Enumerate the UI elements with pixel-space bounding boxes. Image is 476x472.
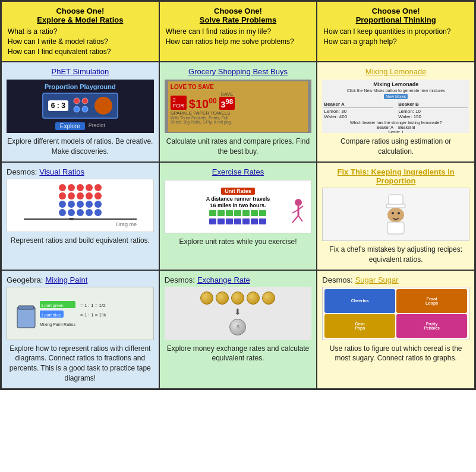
dots-row-1	[59, 184, 102, 191]
dot-b2	[68, 201, 75, 208]
dot-r7	[68, 192, 75, 199]
cell-sugar: Desmos: Sugar Sugar Cheerios FrootLoops …	[317, 270, 475, 389]
desmos-prefix-3: Desmos:	[322, 275, 352, 284]
phet-sun	[94, 97, 112, 115]
paint-img-inner: 1 part green 1 part blue Mixing Paint Ra…	[7, 287, 154, 340]
exercise-title[interactable]: Exercise Rates	[165, 167, 312, 176]
fix-this-title-line: Fix This: Keeping Ingredients in Proport…	[322, 167, 469, 185]
sugar-img-inner: Cheerios FrootLoops CornPops FruityPebbl…	[322, 287, 469, 340]
exchange-title[interactable]: Exchange Rate	[197, 275, 250, 284]
bar-7	[259, 210, 266, 216]
dot-r9	[86, 192, 93, 199]
dot-r10	[94, 192, 102, 199]
mixing-paint-image: 1 part green 1 part blue Mixing Paint Ra…	[7, 287, 154, 340]
dot-b7	[68, 209, 75, 216]
lemonade-image: Mixing Lemonade Click the New Mixes butt…	[322, 80, 469, 133]
silver-coin: $	[229, 319, 246, 335]
bar-b7	[259, 218, 266, 224]
svg-text:= 1 : 1 = 1/2: = 1 : 1 = 1/2	[80, 303, 106, 308]
svg-point-13	[392, 212, 394, 214]
fix-this-title[interactable]: Fix This: Keeping Ingredients in Proport…	[322, 167, 469, 185]
svg-text:= 1 : 1 = 1%: = 1 : 1 = 1%	[80, 312, 106, 318]
lem-new-btn[interactable]: New Mixes	[384, 94, 408, 99]
cell-exercise: Exercise Rates Unit Rates A distance run…	[159, 162, 317, 270]
bar-b6	[251, 218, 258, 224]
lem-beaker-b: Beaker B Lemon: 10 Water: 150	[398, 102, 468, 119]
exercise-bar-row2	[209, 218, 266, 224]
visual-ratios-image: Drag me	[7, 179, 154, 232]
small-price: 398	[219, 97, 235, 110]
cell-visual-ratios: Desmos: Visual Ratios	[1, 162, 159, 270]
svg-line-9	[298, 216, 302, 221]
svg-rect-15	[387, 222, 404, 234]
svg-point-0	[74, 98, 80, 104]
svg-rect-17	[18, 306, 34, 309]
dots-row-3	[59, 201, 102, 208]
exchange-title-line: Desmos: Exchange Rate	[165, 275, 312, 284]
penny-3	[231, 292, 244, 305]
sugar-title[interactable]: Sugar Sugar	[355, 275, 399, 284]
dot-b9	[86, 209, 93, 216]
dots-row-2	[59, 192, 102, 199]
dot-r2	[68, 184, 75, 191]
cereal-2: FrootLoops	[396, 289, 467, 313]
dot-b5	[94, 201, 102, 208]
dot-b10	[94, 209, 102, 216]
bar-b3	[226, 218, 233, 224]
visual-ratios-desc: Represent ratios and build equivalent ra…	[7, 236, 154, 246]
header-col1-topic: Explore & Model Ratios	[8, 15, 153, 24]
lem-instruction: Click the New Mixes button to generate n…	[347, 88, 445, 93]
chef-figure	[378, 194, 414, 235]
mixing-paint-title[interactable]: Mixing Paint	[45, 275, 87, 284]
bar-3	[226, 210, 233, 216]
grocery-img-inner: LOVE TO SAVE 2FOR $1000 SAVE 398 SPARKLE…	[168, 81, 308, 132]
dots-img-inner: Drag me	[7, 179, 154, 232]
dots-row-4	[59, 209, 102, 216]
svg-rect-10	[389, 195, 403, 205]
phet-circles-icon	[72, 96, 91, 115]
exchange-img-inner: ⬇ $	[165, 287, 312, 340]
desmos-prefix-1: Desmos:	[7, 167, 37, 176]
svg-point-4	[295, 199, 302, 206]
visual-ratios-title-line: Desmos: Visual Ratios	[7, 167, 154, 176]
header-col3-questions: How can I keep quantities in proportion?…	[323, 27, 468, 47]
chef-svg	[378, 194, 414, 235]
lem-beakers-row: Beaker A Lemon: 30 Water: 400 Beaker B L…	[324, 102, 468, 119]
svg-rect-11	[386, 204, 405, 208]
bar-5	[242, 210, 250, 216]
header-col2-questions: Where can I find ratios in my life?How c…	[166, 27, 311, 47]
visual-ratios-title[interactable]: Visual Ratios	[39, 167, 84, 176]
bar-b1	[209, 218, 216, 224]
desmos-prefix-2: Desmos:	[165, 275, 195, 284]
svg-line-8	[292, 216, 298, 223]
cereal-4: FruityPebbles	[396, 314, 467, 338]
penny-1	[200, 292, 213, 305]
svg-point-14	[398, 212, 400, 214]
exchange-desc: Explore money exchange rates and calcula…	[165, 344, 312, 364]
fix-this-image	[322, 188, 469, 241]
love-save-text: LOVE TO SAVE	[171, 84, 214, 90]
dot-b6	[59, 209, 66, 216]
grocery-image: LOVE TO SAVE 2FOR $1000 SAVE 398 SPARKLE…	[165, 80, 312, 133]
dot-r8	[77, 192, 84, 199]
pennies-row	[200, 292, 275, 305]
drag-line	[24, 218, 137, 220]
cell-mixing-paint: Geogebra: Mixing Paint 1 part green 1 pa…	[1, 270, 159, 389]
phet-img-inner: Proportion Playground 6 : 3 Explor	[7, 80, 154, 133]
penny-5	[262, 292, 275, 305]
phet-title[interactable]: PhET Simulation	[7, 67, 154, 76]
lem-beaker-a: Beaker A Lemon: 30 Water: 400	[324, 102, 393, 119]
svg-text:Mixing Paint Ratios: Mixing Paint Ratios	[40, 322, 75, 327]
svg-text:1 part blue: 1 part blue	[41, 313, 61, 318]
phet-explore-btn: Explore	[55, 122, 85, 130]
header-col2-topic: Solve Rate Problems	[166, 15, 311, 24]
lemonade-img-inner: Mixing Lemonade Click the New Mixes butt…	[322, 80, 469, 133]
exercise-bar-row	[209, 210, 266, 216]
grocery-title[interactable]: Grocery Shopping Best Buys	[165, 67, 312, 76]
svg-rect-16	[17, 307, 35, 328]
lem-score: Score: 1	[388, 130, 404, 133]
header-col1: Choose One! Explore & Model Ratios What …	[1, 1, 159, 62]
lemonade-title[interactable]: Mixing Lemonade	[322, 67, 469, 76]
dot-b3	[77, 201, 84, 208]
dot-b8	[77, 209, 84, 216]
